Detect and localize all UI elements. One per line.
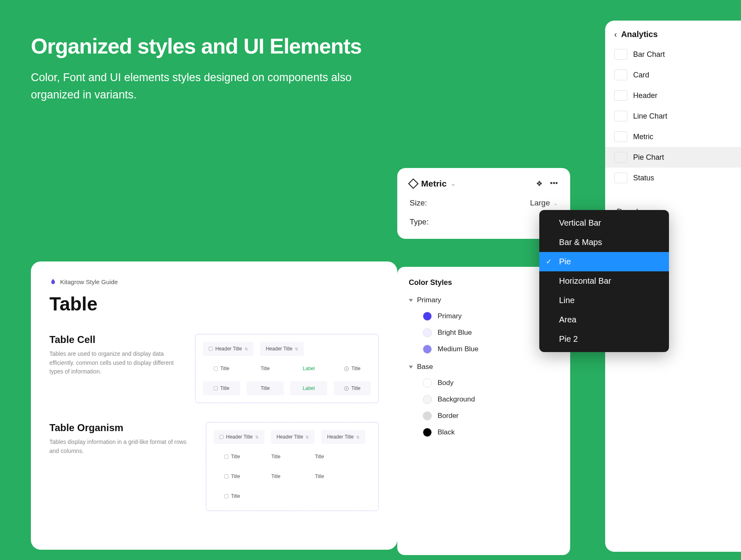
analytics-item-label: Header: [633, 91, 657, 100]
variant-icon[interactable]: ❖: [536, 179, 543, 188]
table-cell: Title: [247, 362, 284, 376]
color-swatch-item[interactable]: Black: [423, 428, 559, 437]
checkbox-icon: [219, 435, 224, 439]
table-cell-label: Label: [290, 381, 327, 395]
table-cell: Title: [203, 362, 240, 376]
section-heading: Table Organism: [49, 422, 193, 434]
analytics-item[interactable]: Pie Chart: [605, 147, 741, 168]
component-thumb-icon: [614, 90, 627, 101]
analytics-item[interactable]: Metric: [605, 126, 741, 147]
dropdown-option[interactable]: Pie 2: [539, 329, 669, 349]
color-swatch-item[interactable]: Body: [423, 378, 559, 387]
analytics-item-label: Card: [633, 71, 649, 79]
analytics-item[interactable]: Line Chart: [605, 106, 741, 126]
dropdown-option[interactable]: Pie: [539, 252, 669, 271]
table-cell: Title: [214, 469, 251, 483]
sort-icon: ⇅: [305, 435, 309, 439]
component-thumb-icon: [614, 70, 627, 80]
table-cell: Title: [257, 469, 294, 483]
color-styles-title: Color Styles: [409, 278, 559, 287]
table-cell-preview: Header Title⇅ Header Title⇅ Title Title …: [195, 334, 379, 403]
color-swatch-item[interactable]: Primary: [423, 312, 559, 321]
analytics-item-label: Line Chart: [633, 112, 667, 121]
table-cell: Title: [301, 469, 338, 483]
more-icon[interactable]: •••: [550, 179, 558, 188]
header-cell: Header Title⇅: [214, 430, 264, 444]
color-label: Black: [438, 428, 455, 436]
dropdown-option[interactable]: Vertical Bar: [539, 213, 669, 233]
color-swatch-item[interactable]: Bright Blue: [423, 328, 559, 337]
brand-row: Kitagrow Style Guide: [49, 278, 379, 285]
header-cell: Header Title⇅: [321, 430, 365, 444]
color-swatch-icon: [423, 328, 432, 337]
table-cell: Title: [301, 450, 338, 464]
color-swatch-item[interactable]: Background: [423, 395, 559, 404]
checkbox-icon: [224, 455, 228, 459]
color-swatch-icon: [423, 378, 432, 387]
color-label: Border: [438, 412, 459, 420]
checkbox-icon: [209, 347, 213, 351]
checkbox-icon: [224, 474, 228, 478]
header-cell: Header Title⇅: [271, 430, 315, 444]
dropdown-option[interactable]: Line: [539, 291, 669, 310]
component-thumb-icon: [614, 173, 627, 183]
component-icon: [408, 178, 418, 189]
color-swatch-item[interactable]: Border: [423, 411, 559, 420]
analytics-item[interactable]: Card: [605, 65, 741, 85]
prop-value-size[interactable]: Large⌄: [530, 198, 558, 208]
component-thumb-icon: [614, 152, 627, 163]
color-label: Medium Blue: [438, 345, 478, 353]
analytics-item-label: Bar Chart: [633, 50, 665, 59]
table-organism-preview: Header Title⇅ Header Title⇅ Header Title…: [206, 422, 379, 511]
color-swatch-icon: [423, 428, 432, 437]
color-label: Background: [438, 395, 475, 404]
table-cell: Title: [257, 450, 294, 464]
section-heading: Table Cell: [49, 334, 183, 345]
hero-subtitle: Color, Font and UI elements styles desig…: [31, 69, 373, 104]
type-dropdown-menu[interactable]: Vertical BarBar & MapsPieHorizontal BarL…: [539, 210, 669, 352]
table-cell: Title: [214, 489, 251, 503]
color-group-header[interactable]: Primary: [409, 296, 559, 304]
table-cell: Title: [247, 381, 284, 395]
table-cell: Title: [214, 450, 251, 464]
dropdown-option[interactable]: Bar & Maps: [539, 233, 669, 252]
color-swatch-icon: [423, 312, 432, 321]
section-desc: Tables are used to organize and display …: [49, 350, 183, 376]
dropdown-option[interactable]: Area: [539, 310, 669, 329]
color-swatch-icon: [423, 345, 432, 354]
analytics-item[interactable]: Status: [605, 168, 741, 188]
color-swatch-item[interactable]: Medium Blue: [423, 345, 559, 354]
sort-icon: ⇅: [356, 435, 359, 439]
metric-title: Metric: [421, 179, 447, 189]
style-guide-title: Table: [49, 293, 379, 315]
brand-label: Kitagrow Style Guide: [60, 278, 118, 285]
chevron-down-icon[interactable]: ⌄: [451, 180, 456, 187]
sort-icon: ⇅: [245, 347, 248, 351]
color-label: Primary: [438, 312, 462, 320]
section-desc: Tables display information in a grid-lik…: [49, 438, 193, 455]
sort-icon: ⇅: [255, 435, 259, 439]
color-group-header[interactable]: Base: [409, 363, 559, 371]
analytics-item[interactable]: Bar Chart: [605, 44, 741, 65]
info-icon: i: [344, 366, 349, 371]
analytics-title: Analytics: [621, 30, 658, 39]
analytics-item[interactable]: Header: [605, 85, 741, 106]
color-label: Body: [438, 379, 454, 387]
component-thumb-icon: [614, 131, 627, 142]
hero-title: Organized styles and UI Elements: [31, 34, 373, 58]
sort-icon: ⇅: [295, 347, 298, 351]
checkbox-icon: [214, 386, 218, 390]
brand-logo-icon: [49, 278, 57, 285]
back-icon[interactable]: ‹: [614, 30, 617, 39]
caret-down-icon: [409, 299, 413, 302]
info-icon: i: [344, 386, 349, 391]
checkbox-icon: [214, 366, 218, 371]
chevron-down-icon: ⌄: [553, 200, 558, 206]
prop-label-size: Size:: [410, 198, 427, 208]
checkbox-icon: [224, 494, 228, 498]
dropdown-option[interactable]: Horizontal Bar: [539, 271, 669, 291]
table-cell: iTitle: [334, 362, 371, 376]
component-thumb-icon: [614, 49, 627, 60]
component-thumb-icon: [614, 111, 627, 121]
caret-down-icon: [409, 366, 413, 369]
